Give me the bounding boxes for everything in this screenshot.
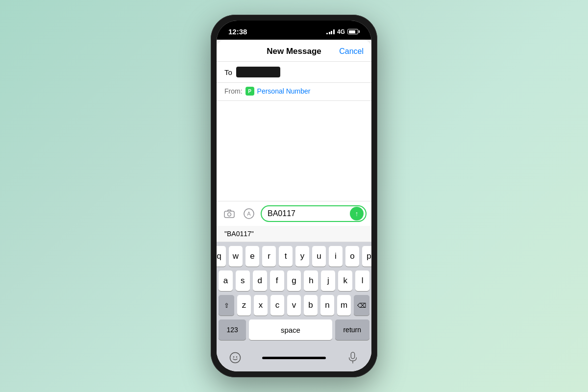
personal-number-icon: P <box>245 87 254 96</box>
keyboard: q w e r t y u i o p a s d f g <box>217 242 371 346</box>
status-icons: 4G <box>326 28 360 35</box>
send-button[interactable]: ↑ <box>350 207 364 220</box>
delete-key[interactable]: ⌫ <box>354 295 369 316</box>
key-m[interactable]: m <box>337 295 351 316</box>
keyboard-row-4: 123 space return <box>219 319 369 340</box>
network-label: 4G <box>337 28 345 35</box>
key-d[interactable]: d <box>253 270 267 291</box>
key-v[interactable]: v <box>287 295 301 316</box>
key-w[interactable]: w <box>229 246 243 267</box>
message-input[interactable]: BA0117 <box>268 209 348 218</box>
appstore-button[interactable]: A <box>241 206 257 221</box>
signal-icon <box>326 29 335 34</box>
keyboard-bottom-bar <box>217 346 371 371</box>
key-n[interactable]: n <box>320 295 334 316</box>
from-row: From: P Personal Number <box>217 83 371 101</box>
key-j[interactable]: j <box>321 270 335 291</box>
sheet-title: New Message <box>267 47 321 56</box>
microphone-button[interactable] <box>344 349 362 367</box>
status-time: 12:38 <box>228 27 247 36</box>
autocomplete-suggestion[interactable]: "BA0117" <box>217 226 371 242</box>
phone-screen: 12:38 4G New Message Cancel <box>217 21 371 371</box>
send-arrow-icon: ↑ <box>355 210 359 217</box>
to-row: To <box>217 62 371 83</box>
sheet-header: New Message Cancel <box>217 40 371 62</box>
svg-rect-0 <box>224 211 234 218</box>
key-a[interactable]: a <box>219 270 233 291</box>
status-bar: 12:38 4G <box>217 21 371 40</box>
keyboard-row-1: q w e r t y u i o p <box>219 246 369 267</box>
to-label: To <box>224 68 232 76</box>
personal-number-link[interactable]: Personal Number <box>257 87 311 95</box>
key-e[interactable]: e <box>245 246 259 267</box>
svg-point-6 <box>236 356 237 357</box>
keyboard-row-3: ⇧ z x c v b n m ⌫ <box>219 295 369 316</box>
key-y[interactable]: y <box>295 246 309 267</box>
key-s[interactable]: s <box>236 270 250 291</box>
key-q[interactable]: q <box>217 246 226 267</box>
key-z[interactable]: z <box>237 295 251 316</box>
message-sheet: New Message Cancel To From: P Personal N… <box>217 40 371 371</box>
svg-point-5 <box>233 356 234 357</box>
key-o[interactable]: o <box>345 246 359 267</box>
message-input-wrapper: BA0117 ↑ <box>261 205 367 222</box>
input-area: A BA0117 ↑ <box>217 201 371 226</box>
key-u[interactable]: u <box>312 246 326 267</box>
svg-point-4 <box>230 353 241 363</box>
return-key[interactable]: return <box>335 319 369 340</box>
emoji-button[interactable] <box>226 349 244 367</box>
key-r[interactable]: r <box>262 246 276 267</box>
numbers-key[interactable]: 123 <box>219 319 246 340</box>
message-body[interactable] <box>217 101 371 201</box>
shift-key[interactable]: ⇧ <box>219 295 234 316</box>
svg-rect-7 <box>351 352 354 359</box>
cancel-button[interactable]: Cancel <box>339 47 364 56</box>
key-k[interactable]: k <box>338 270 352 291</box>
key-i[interactable]: i <box>329 246 343 267</box>
phone-frame: 12:38 4G New Message Cancel <box>211 15 377 377</box>
from-label: From: <box>224 87 243 95</box>
key-b[interactable]: b <box>304 295 318 316</box>
key-x[interactable]: x <box>254 295 268 316</box>
key-g[interactable]: g <box>287 270 301 291</box>
key-h[interactable]: h <box>304 270 318 291</box>
camera-button[interactable] <box>221 206 237 221</box>
key-c[interactable]: c <box>270 295 284 316</box>
svg-text:A: A <box>247 211 251 217</box>
key-p[interactable]: p <box>362 246 371 267</box>
key-f[interactable]: f <box>270 270 284 291</box>
svg-point-1 <box>228 213 231 216</box>
space-key[interactable]: space <box>249 319 332 340</box>
key-t[interactable]: t <box>279 246 293 267</box>
key-l[interactable]: l <box>355 270 369 291</box>
battery-icon <box>347 29 360 34</box>
keyboard-row-2: a s d f g h j k l <box>219 270 369 291</box>
home-indicator <box>262 357 326 359</box>
to-recipient-redacted[interactable] <box>236 67 280 77</box>
